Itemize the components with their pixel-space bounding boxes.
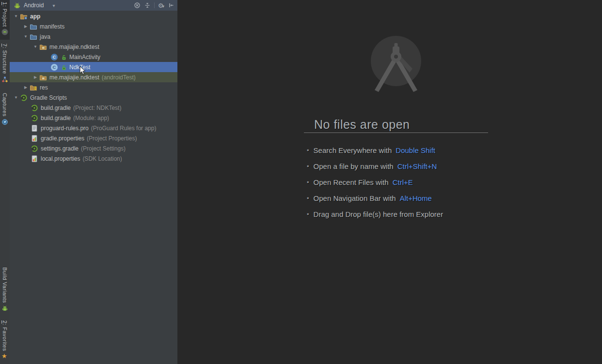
chevron-right-icon[interactable]: ▶	[22, 85, 30, 90]
tree-row-build-gradle-module[interactable]: build.gradle (Module: app)	[10, 113, 177, 123]
class-icon: C	[50, 63, 58, 71]
tip-drag-drop: • Drag and Drop file(s) here from Explor…	[307, 206, 443, 222]
star-icon: ★	[1, 353, 8, 360]
tip-open-file: • Open a file by name with Ctrl+Shift+N	[307, 158, 443, 174]
properties-file-icon	[31, 155, 38, 163]
hide-panel-icon[interactable]	[168, 2, 174, 9]
chevron-down-icon[interactable]: ▼	[12, 14, 20, 18]
gradle-icon	[20, 94, 28, 102]
sidebar-item-favorites-label: 2: Favorites	[2, 318, 8, 351]
shortcut-text: Double Shift	[396, 146, 435, 154]
android-icon	[1, 305, 8, 312]
editor-empty-area: No files are open • Search Everywhere wi…	[177, 0, 602, 364]
tree-row-local-properties[interactable]: local.properties (SDK Location)	[10, 153, 177, 164]
chevron-down-icon[interactable]: ▾	[52, 3, 55, 8]
sidebar-item-favorites[interactable]: 2: Favorites ★	[0, 318, 10, 363]
bullet-icon: •	[307, 179, 309, 186]
tree-row-ndktest[interactable]: C NdkTest	[10, 62, 177, 72]
locate-icon[interactable]	[134, 2, 141, 9]
tree-row-build-gradle-project[interactable]: build.gradle (Project: NDKTest)	[10, 103, 177, 113]
project-tree: ▼ app ▶ manifests ▼ java ▼ me.majiajie.n…	[10, 11, 177, 164]
svg-text:C: C	[53, 64, 56, 70]
public-lock-icon	[61, 65, 67, 71]
tree-row-gradle-properties[interactable]: gradle.properties (Project Properties)	[10, 133, 177, 143]
folder-icon	[30, 33, 37, 41]
shortcut-text: Alt+Home	[400, 194, 432, 202]
bullet-icon: •	[307, 163, 309, 170]
bullet-icon: •	[307, 195, 309, 202]
chevron-right-icon[interactable]: ▶	[22, 24, 30, 29]
class-icon: C	[50, 53, 58, 61]
package-icon	[39, 74, 47, 81]
shortcut-text: Ctrl+Shift+N	[397, 162, 437, 170]
project-panel-header: Android ▾ ⚙▾	[10, 0, 177, 11]
tree-row-manifests[interactable]: ▶ manifests	[10, 21, 177, 31]
tool-window-stripe: 1: Project 7: Structure Captures Build V…	[0, 0, 10, 364]
settings-gear-icon[interactable]: ⚙▾	[158, 1, 164, 10]
tree-row-app[interactable]: ▼ app	[10, 11, 177, 21]
android-icon	[14, 2, 21, 9]
sidebar-item-project[interactable]: 1: Project	[0, 0, 10, 40]
sidebar-item-structure-label: 7: Structure	[2, 42, 8, 74]
gradle-icon	[31, 145, 38, 152]
tree-row-proguard-rules[interactable]: proguard-rules.pro (ProGuard Rules for a…	[10, 123, 177, 133]
public-lock-icon	[61, 55, 67, 61]
shortcut-tips: • Search Everywhere with Double Shift • …	[307, 142, 443, 222]
sidebar-item-structure[interactable]: 7: Structure	[0, 42, 10, 88]
title-divider	[304, 133, 488, 133]
tip-recent-files: • Open Recent Files with Ctrl+E	[307, 174, 443, 190]
chevron-right-icon[interactable]: ▶	[32, 75, 39, 79]
tree-row-mainactivity[interactable]: C MainActivity	[10, 52, 177, 62]
toolbar-separator	[154, 2, 155, 8]
sidebar-item-captures-label: Captures	[2, 91, 8, 117]
project-tool-window: Android ▾ ⚙▾ ▼ app ▶ manifests	[10, 0, 177, 364]
sidebar-item-build-variants[interactable]: Build Variants	[0, 265, 10, 314]
structure-icon	[1, 76, 8, 83]
svg-text:C: C	[53, 54, 56, 60]
bullet-icon: •	[307, 147, 309, 154]
captures-icon	[1, 119, 8, 125]
package-icon	[39, 43, 47, 51]
properties-file-icon	[31, 135, 38, 142]
tree-row-settings-gradle[interactable]: settings.gradle (Project Settings)	[10, 143, 177, 153]
folder-icon	[30, 23, 37, 30]
chevron-down-icon[interactable]: ▼	[12, 95, 20, 100]
chevron-down-icon[interactable]: ▼	[32, 45, 39, 49]
android-studio-logo-icon	[362, 30, 430, 96]
gradle-icon	[31, 114, 38, 122]
module-folder-icon	[20, 13, 28, 20]
tree-row-package-main[interactable]: ▼ me.majiajie.ndktest	[10, 42, 177, 52]
tree-row-gradle-scripts[interactable]: ▼ Gradle Scripts	[10, 92, 177, 103]
res-folder-icon	[30, 84, 37, 91]
text-file-icon	[31, 124, 38, 132]
sidebar-item-build-variants-label: Build Variants	[2, 265, 8, 303]
tip-search-everywhere: • Search Everywhere with Double Shift	[307, 142, 443, 158]
bullet-icon: •	[307, 211, 309, 218]
gradle-icon	[31, 104, 38, 112]
view-mode-selector[interactable]: Android	[24, 2, 44, 9]
tree-row-java[interactable]: ▼ java	[10, 31, 177, 42]
shortcut-text: Ctrl+E	[393, 178, 413, 186]
sidebar-item-project-label: 1: Project	[2, 0, 8, 27]
tree-row-res[interactable]: ▶ res	[10, 82, 177, 92]
chevron-down-icon[interactable]: ▼	[22, 34, 30, 39]
page-title: No files are open	[314, 118, 410, 132]
android-project-icon	[1, 29, 8, 35]
tree-row-package-androidtest[interactable]: ▶ me.majiajie.ndktest (androidTest)	[10, 72, 177, 82]
sidebar-item-captures[interactable]: Captures	[0, 91, 10, 133]
tip-navigation-bar: • Open Navigation Bar with Alt+Home	[307, 190, 443, 206]
collapse-all-icon[interactable]	[144, 2, 151, 9]
